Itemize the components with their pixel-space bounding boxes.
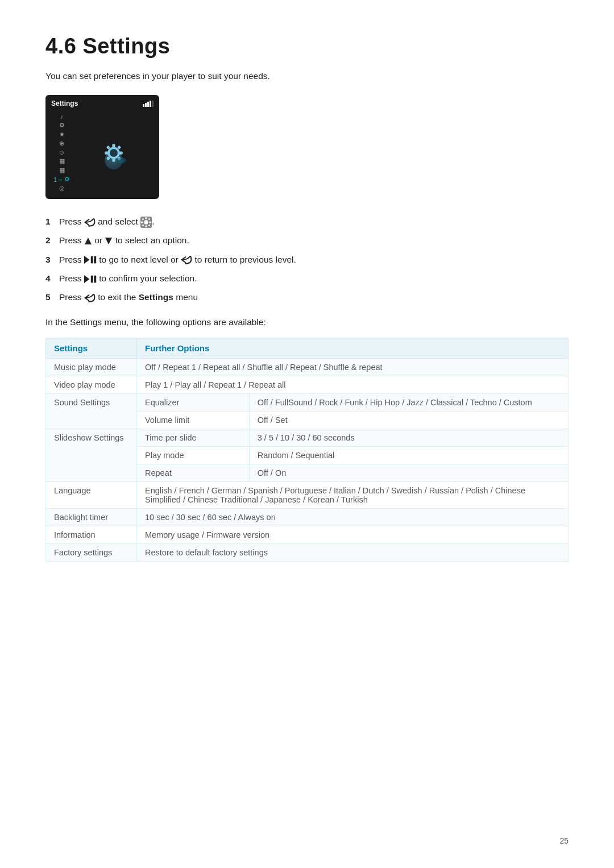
value-repeat: Off / On: [249, 464, 568, 482]
in-text-caption: In the Settings menu, the following opti…: [45, 317, 569, 327]
table-row: Sound Settings Equalizer Off / FullSound…: [46, 394, 569, 412]
option-repeat: Repeat: [137, 464, 250, 482]
table-row: Information Memory usage / Firmware vers…: [46, 526, 569, 544]
value-play-mode: Random / Sequential: [249, 447, 568, 464]
svg-marker-21: [85, 238, 92, 244]
step-5: 5 Press to exit the Settings menu: [45, 290, 569, 304]
step-3-number: 3: [45, 253, 59, 266]
step-2: 2 Press or to select an option.: [45, 234, 569, 247]
svg-rect-1: [112, 144, 115, 148]
back-icon-2: [181, 255, 192, 265]
svg-marker-22: [105, 238, 112, 244]
step-3-content: Press to go to next level or to return t…: [59, 253, 569, 266]
step-1: 1 Press and select .: [45, 215, 569, 228]
table-row: Backlight timer 10 sec / 30 sec / 60 sec…: [46, 509, 569, 526]
value-equalizer: Off / FullSound / Rock / Funk / Hip Hop …: [249, 394, 568, 412]
step-5-number: 5: [45, 290, 59, 304]
back-icon-3: [84, 293, 96, 303]
settings-bold-label: Settings: [139, 292, 173, 302]
option-equalizer: Equalizer: [137, 394, 250, 412]
step-4-number: 4: [45, 272, 59, 285]
option-time-per-slide: Time per slide: [137, 429, 250, 447]
gear-icon-large: [94, 133, 134, 173]
option-volume-limit: Volume limit: [137, 412, 250, 429]
col-further-options-header: Further Options: [137, 338, 569, 359]
value-language: English / French / German / Spanish / Po…: [137, 482, 569, 509]
svg-rect-2: [112, 157, 115, 161]
option-play-mode: Play mode: [137, 447, 250, 464]
setting-factory-settings: Factory settings: [46, 544, 137, 562]
svg-rect-14: [146, 225, 147, 227]
intro-text: You can set preferences in your player t…: [45, 71, 569, 81]
settings-table: Settings Further Options Music play mode…: [45, 338, 569, 562]
step-3: 3 Press to go to next level or to return…: [45, 253, 569, 266]
step-2-number: 2: [45, 234, 59, 247]
setting-language: Language: [46, 482, 137, 509]
triangle-up-icon: [84, 237, 92, 245]
svg-rect-27: [91, 275, 93, 283]
value-factory-settings: Restore to default factory settings: [137, 544, 569, 562]
gear-small-icon: [140, 217, 152, 228]
playpause-icon-2: [84, 275, 97, 284]
page-number: 25: [559, 836, 569, 845]
table-row: Language English / French / German / Spa…: [46, 482, 569, 509]
svg-point-10: [116, 157, 126, 163]
step-1-number: 1: [45, 215, 59, 228]
svg-rect-28: [94, 275, 96, 283]
value-time-per-slide: 3 / 5 / 10 / 30 / 60 seconds: [249, 429, 568, 447]
svg-marker-23: [84, 256, 89, 264]
step-2-content: Press or to select an option.: [59, 234, 569, 247]
svg-rect-15: [141, 222, 143, 223]
table-row: Music play mode Off / Repeat 1 / Repeat …: [46, 359, 569, 376]
svg-rect-25: [94, 256, 96, 264]
svg-point-12: [144, 220, 148, 224]
step-5-content: Press to exit the Settings menu: [59, 290, 569, 304]
setting-sound-settings: Sound Settings: [46, 394, 137, 429]
playpause-icon-1: [84, 255, 97, 264]
value-video-play-mode: Play 1 / Play all / Repeat 1 / Repeat al…: [137, 376, 569, 394]
table-row: Slideshow Settings Time per slide 3 / 5 …: [46, 429, 569, 447]
svg-rect-16: [150, 222, 152, 223]
setting-backlight-timer: Backlight timer: [46, 509, 137, 526]
step-4-content: Press to confirm your selection.: [59, 272, 569, 285]
svg-rect-4: [118, 151, 122, 154]
value-backlight-timer: 10 sec / 30 sec / 60 sec / Always on: [137, 509, 569, 526]
col-settings-header: Settings: [46, 338, 137, 359]
setting-information: Information: [46, 526, 137, 544]
triangle-down-icon: [105, 237, 113, 245]
page-title: 4.6 Settings: [45, 34, 569, 59]
step-1-content: Press and select .: [59, 215, 569, 228]
table-header-row: Settings Further Options: [46, 338, 569, 359]
device-title-label: Settings: [51, 99, 78, 107]
steps-list: 1 Press and select . 2: [45, 215, 569, 304]
svg-rect-3: [105, 151, 109, 154]
step-4: 4 Press to confirm your selection.: [45, 272, 569, 285]
value-information: Memory usage / Firmware version: [137, 526, 569, 544]
svg-point-9: [110, 149, 118, 157]
device-screenshot: Settings ♪ ⚙ ★ ⊕ ☺ ▦ ▦ 1→ ⚙ ◎: [45, 95, 159, 199]
value-music-play-mode: Off / Repeat 1 / Repeat all / Shuffle al…: [137, 359, 569, 376]
svg-rect-13: [146, 217, 147, 219]
table-row: Video play mode Play 1 / Play all / Repe…: [46, 376, 569, 394]
device-sidebar: ♪ ⚙ ★ ⊕ ☺ ▦ ▦ 1→ ⚙ ◎: [51, 111, 73, 194]
battery-icon: [143, 101, 154, 107]
value-volume-limit: Off / Set: [249, 412, 568, 429]
setting-video-play-mode: Video play mode: [46, 376, 137, 394]
svg-rect-24: [91, 256, 93, 264]
table-row: Factory settings Restore to default fact…: [46, 544, 569, 562]
back-icon: [84, 217, 96, 227]
setting-music-play-mode: Music play mode: [46, 359, 137, 376]
setting-slideshow-settings: Slideshow Settings: [46, 429, 137, 482]
device-main-area: [73, 111, 154, 194]
svg-marker-26: [84, 275, 89, 283]
